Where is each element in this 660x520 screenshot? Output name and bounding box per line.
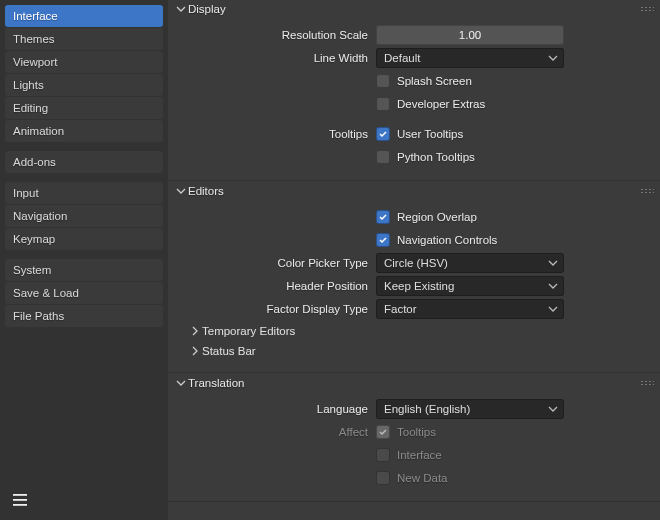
header-position-select[interactable]: Keep Existing (376, 276, 564, 296)
select-value: Circle (HSV) (384, 257, 448, 269)
sidebar-item-input[interactable]: Input (5, 182, 163, 204)
header-position-label: Header Position (176, 280, 376, 292)
tooltips-label: Tooltips (176, 128, 376, 140)
chevron-down-icon (548, 53, 558, 65)
language-label: Language (176, 403, 376, 415)
select-value: English (English) (384, 403, 470, 415)
chevron-down-icon (548, 404, 558, 416)
chevron-down-icon (174, 378, 188, 388)
line-width-select[interactable]: Default (376, 48, 564, 68)
affect-label: Affect (176, 426, 376, 438)
color-picker-label: Color Picker Type (176, 257, 376, 269)
affect-interface-label: Interface (397, 449, 442, 461)
preferences-sidebar: Interface Themes Viewport Lights Editing… (0, 0, 168, 520)
sidebar-item-lights[interactable]: Lights (5, 74, 163, 96)
sub-label: Status Bar (202, 345, 256, 357)
sidebar-item-interface[interactable]: Interface (5, 5, 163, 27)
drag-grip-icon[interactable] (640, 188, 654, 194)
select-value: Default (384, 52, 420, 64)
language-select[interactable]: English (English) (376, 399, 564, 419)
region-overlap-label: Region Overlap (397, 211, 477, 223)
resolution-scale-field[interactable]: 1.00 (376, 25, 564, 45)
sub-label: Temporary Editors (202, 325, 295, 337)
chevron-down-icon (548, 281, 558, 293)
sidebar-item-saveload[interactable]: Save & Load (5, 282, 163, 304)
drag-grip-icon[interactable] (640, 6, 654, 12)
menu-button[interactable] (10, 490, 30, 510)
panel-title: Display (188, 3, 226, 15)
region-overlap-checkbox[interactable] (376, 210, 390, 224)
affect-newdata-label: New Data (397, 472, 448, 484)
panel-header-editors[interactable]: Editors (168, 182, 660, 201)
sidebar-item-filepaths[interactable]: File Paths (5, 305, 163, 327)
drag-grip-icon[interactable] (640, 380, 654, 386)
select-value: Factor (384, 303, 417, 315)
panel-editors: Editors Region Overlap Navigation Contro… (168, 182, 660, 371)
chevron-right-icon (188, 326, 202, 336)
python-tooltips-label: Python Tooltips (397, 151, 475, 163)
panel-translation: Translation Language English (English) A… (168, 374, 660, 500)
panel-header-translation[interactable]: Translation (168, 374, 660, 393)
sidebar-item-animation[interactable]: Animation (5, 120, 163, 142)
sidebar-item-viewport[interactable]: Viewport (5, 51, 163, 73)
affect-tooltips-checkbox[interactable] (376, 425, 390, 439)
svg-rect-2 (13, 504, 27, 506)
sidebar-item-system[interactable]: System (5, 259, 163, 281)
sidebar-item-addons[interactable]: Add-ons (5, 151, 163, 173)
line-width-label: Line Width (176, 52, 376, 64)
resolution-scale-label: Resolution Scale (176, 29, 376, 41)
factor-display-select[interactable]: Factor (376, 299, 564, 319)
sidebar-item-editing[interactable]: Editing (5, 97, 163, 119)
user-tooltips-checkbox[interactable] (376, 127, 390, 141)
sidebar-item-keymap[interactable]: Keymap (5, 228, 163, 250)
affect-newdata-checkbox[interactable] (376, 471, 390, 485)
chevron-down-icon (548, 258, 558, 270)
factor-display-label: Factor Display Type (176, 303, 376, 315)
chevron-down-icon (174, 4, 188, 14)
chevron-down-icon (174, 186, 188, 196)
preferences-main: Display Resolution Scale 1.00 Line Width… (168, 0, 660, 520)
color-picker-select[interactable]: Circle (HSV) (376, 253, 564, 273)
svg-rect-1 (13, 499, 27, 501)
navigation-controls-checkbox[interactable] (376, 233, 390, 247)
chevron-down-icon (548, 304, 558, 316)
panel-title: Translation (188, 377, 244, 389)
affect-interface-checkbox[interactable] (376, 448, 390, 462)
developer-extras-checkbox[interactable] (376, 97, 390, 111)
developer-extras-label: Developer Extras (397, 98, 485, 110)
panel-header-display[interactable]: Display (168, 0, 660, 19)
svg-rect-0 (13, 494, 27, 496)
splash-screen-checkbox[interactable] (376, 74, 390, 88)
sub-status-bar[interactable]: Status Bar (176, 341, 652, 361)
sub-temporary-editors[interactable]: Temporary Editors (176, 321, 652, 341)
panel-display: Display Resolution Scale 1.00 Line Width… (168, 0, 660, 179)
panel-title: Editors (188, 185, 224, 197)
splash-screen-label: Splash Screen (397, 75, 472, 87)
chevron-right-icon (188, 346, 202, 356)
sidebar-item-navigation[interactable]: Navigation (5, 205, 163, 227)
sidebar-item-themes[interactable]: Themes (5, 28, 163, 50)
python-tooltips-checkbox[interactable] (376, 150, 390, 164)
affect-tooltips-label: Tooltips (397, 426, 436, 438)
select-value: Keep Existing (384, 280, 454, 292)
navigation-controls-label: Navigation Controls (397, 234, 497, 246)
user-tooltips-label: User Tooltips (397, 128, 463, 140)
